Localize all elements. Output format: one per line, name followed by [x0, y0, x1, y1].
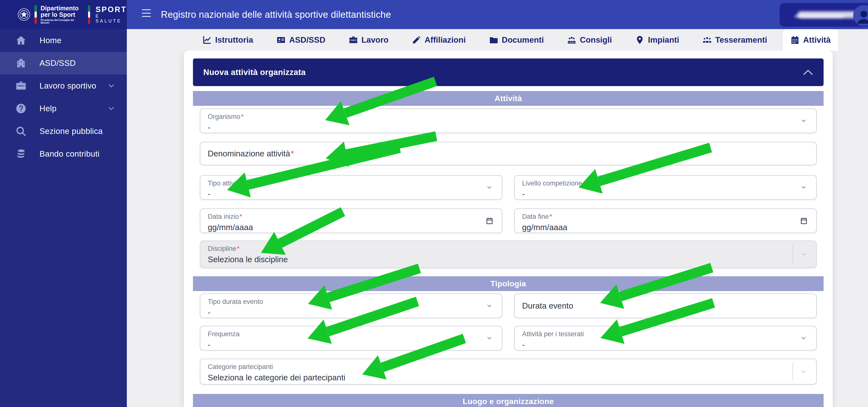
field-durata-evento[interactable]: Durata evento: [514, 293, 817, 318]
panel-title: Nuova attività organizzata: [203, 68, 306, 77]
tab-lavoro[interactable]: Lavoro: [341, 29, 396, 51]
users-icon: [703, 35, 712, 45]
section-header-attivit: Attività: [193, 91, 824, 106]
tab-label: Lavoro: [362, 35, 389, 45]
sidebar-item-bando-contributi[interactable]: Bando contributi: [0, 143, 127, 165]
sidebar-item-help[interactable]: Help: [0, 97, 127, 120]
form-row: Tipo attività*-Livello competizione-: [200, 175, 817, 200]
field-label: Organismo*: [208, 113, 244, 121]
tab-attivita[interactable]: Attività: [783, 29, 838, 51]
field-data-inizio[interactable]: Data inizio*gg/mm/aaaa: [200, 209, 502, 233]
form-row: Frequenza-Attività per i tesserati-: [200, 326, 817, 350]
tab-istruttoria[interactable]: Istruttoria: [195, 29, 260, 51]
sport-e-salute-logo: SPORT E SALUTE: [95, 5, 127, 24]
app-screen: Dipartimento per lo Sport Presidenza del…: [0, 0, 868, 407]
tab-label: Tesseramenti: [715, 35, 767, 45]
field-organismo[interactable]: Organismo*-: [200, 108, 817, 133]
field-divider: [793, 363, 793, 381]
sidebar-item-label: Help: [39, 104, 57, 113]
tab-consigli[interactable]: Consigli: [560, 29, 619, 51]
field-value: -: [208, 123, 211, 132]
chevron-down-icon[interactable]: [485, 185, 493, 190]
tab-label: ASD/SSD: [289, 35, 326, 45]
chevron-down-icon[interactable]: [485, 336, 493, 341]
required-asterisk: *: [242, 180, 245, 187]
required-asterisk: *: [550, 213, 552, 220]
tab-tesseramenti[interactable]: Tesseramenti: [695, 29, 774, 51]
department-line1: Dipartimento: [41, 5, 81, 11]
chevron-down-icon: [107, 82, 115, 90]
section-header-tipologia: Tipologia: [193, 276, 824, 291]
field-tipo-attivita[interactable]: Tipo attività*-: [200, 175, 502, 200]
tab-bar: IstruttoriaASD/SSDLavoroAffiliazioniDocu…: [127, 29, 868, 51]
folder-icon: [489, 35, 498, 45]
sidebar-item-asd-ssd[interactable]: ASD/SSD: [0, 52, 127, 74]
avatar[interactable]: [853, 5, 868, 26]
field-tipo-durata-evento[interactable]: Tipo durata evento-: [200, 293, 502, 318]
hamburger-icon[interactable]: [142, 9, 151, 17]
briefcase-icon: [15, 80, 27, 92]
idcard-icon: [276, 35, 286, 45]
chevron-down-icon: [799, 252, 808, 257]
sidebar-item-sezione-pubblica[interactable]: Sezione pubblica: [0, 120, 127, 143]
field-discipline: Discipline*Seleziona le discipline: [200, 241, 817, 268]
section-header-luogo-e-organizzazione: Luogo e organizzazione: [193, 394, 824, 407]
field-value: -: [522, 340, 525, 349]
sidebar-item-home[interactable]: Home: [0, 29, 127, 52]
tab-asd-ssd[interactable]: ASD/SSD: [269, 29, 333, 51]
redacted-user-code-blur: [795, 15, 844, 18]
sidebar-item-label: Sezione pubblica: [39, 127, 103, 136]
tab-affiliazioni[interactable]: Affiliazioni: [404, 29, 473, 51]
pin-icon: [635, 35, 645, 45]
tab-label: Affiliazioni: [425, 35, 466, 45]
field-placeholder: Denominazione attività*: [208, 149, 294, 158]
chevron-down-icon[interactable]: [485, 303, 493, 309]
calendar-picker-icon[interactable]: [800, 217, 808, 225]
field-categorie-partecipanti[interactable]: Categorie partecipantiSeleziona le categ…: [200, 359, 817, 384]
chevron-down-icon[interactable]: [799, 369, 808, 374]
search-icon: [15, 126, 27, 137]
calendar-icon: [790, 35, 800, 45]
field-denominazione-attivita[interactable]: Denominazione attività*: [200, 142, 817, 165]
field-placeholder: Durata evento: [522, 301, 573, 311]
field-value: -: [208, 308, 211, 317]
department-subtitle: Presidenza del Consiglio dei Ministri: [41, 19, 81, 24]
sidebar-item-lavoro-sportivo[interactable]: Lavoro sportivo: [0, 74, 127, 97]
tricolor-bar: [35, 5, 36, 24]
tab-label: Attività: [803, 35, 831, 45]
tab-impianti[interactable]: Impianti: [628, 29, 687, 51]
chevron-down-icon: [107, 105, 115, 112]
field-divider: [793, 245, 793, 264]
field-value: gg/mm/aaaa: [522, 223, 567, 232]
chevron-down-icon[interactable]: [799, 336, 808, 341]
sidebar-item-label: Home: [39, 36, 61, 45]
field-value: Seleziona le categorie dei partecipanti: [208, 373, 345, 382]
field-frequenza[interactable]: Frequenza-: [200, 326, 502, 350]
form-row: Data inizio*gg/mm/aaaaData fine*gg/mm/aa…: [200, 209, 817, 233]
field-label: Data inizio*: [208, 213, 242, 221]
sidebar-item-label: ASD/SSD: [39, 59, 76, 68]
field-label: Frequenza: [208, 330, 240, 338]
chevron-down-icon[interactable]: [799, 185, 808, 190]
field-attivita-per-i-tesserati[interactable]: Attività per i tesserati-: [514, 326, 817, 350]
tab-documenti[interactable]: Documenti: [482, 29, 552, 51]
required-asterisk: *: [291, 149, 294, 158]
tab-label: Impianti: [648, 35, 679, 45]
required-asterisk: *: [241, 113, 244, 120]
form-row: Tipo durata evento-Durata evento: [200, 293, 817, 318]
chevron-down-icon[interactable]: [799, 118, 808, 124]
field-livello-competizione[interactable]: Livello competizione-: [514, 175, 817, 200]
building-icon: [15, 58, 27, 69]
required-asterisk: *: [240, 213, 242, 220]
user-chip[interactable]: [780, 3, 868, 27]
activity-form: AttivitàOrganismo*-Denominazione attivit…: [193, 91, 824, 407]
calendar-picker-icon[interactable]: [486, 217, 493, 225]
required-asterisk: *: [237, 245, 240, 252]
brand-line2: E SALUTE: [95, 14, 127, 24]
tab-label: Istruttoria: [215, 35, 253, 45]
field-data-fine[interactable]: Data fine*gg/mm/aaaa: [514, 209, 817, 233]
panel-header[interactable]: Nuova attività organizzata: [193, 59, 824, 86]
chevron-up-icon[interactable]: [803, 69, 813, 75]
department-logo-text: Dipartimento per lo Sport Presidenza del…: [41, 5, 81, 24]
field-value: -: [208, 189, 211, 199]
